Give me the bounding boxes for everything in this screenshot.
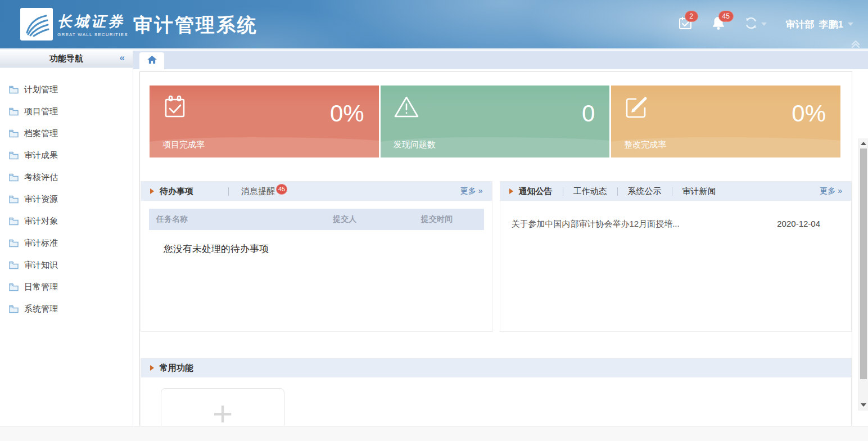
sidebar-item-label: 项目管理 bbox=[24, 106, 58, 117]
column-submitter: 提交人 bbox=[300, 214, 390, 224]
sidebar-item-system-management[interactable]: 系统管理 bbox=[0, 298, 133, 320]
stat-card-issues-found[interactable]: 0 发现问题数 bbox=[381, 86, 610, 158]
tab-home[interactable] bbox=[139, 52, 164, 69]
tasks-badge: 2 bbox=[685, 11, 698, 22]
folder-icon bbox=[9, 173, 19, 182]
sidebar-item-audit-resources[interactable]: 审计资源 bbox=[0, 188, 133, 210]
app-window: 长城证券 GREAT WALL SECURITIES 审计管理系统 2 bbox=[0, 0, 868, 441]
vertical-scrollbar[interactable] bbox=[858, 138, 868, 411]
calendar-check-icon bbox=[678, 22, 693, 32]
scrollbar-thumb[interactable] bbox=[860, 148, 867, 379]
sidebar-collapse-button[interactable]: « bbox=[120, 52, 125, 64]
sidebar-item-label: 审计对象 bbox=[24, 216, 58, 227]
scroll-up-arrow-icon[interactable] bbox=[859, 139, 868, 148]
pencil-square-icon bbox=[623, 94, 649, 120]
sidebar-nav: 计划管理 项目管理 档案管理 审计成果 考核评估 审计资源 bbox=[0, 68, 133, 320]
column-submit-time: 提交时间 bbox=[390, 214, 484, 224]
greatwall-logo-icon bbox=[20, 8, 53, 40]
todo-tab[interactable]: 待办事项 bbox=[160, 186, 193, 197]
notifications-button[interactable]: 45 bbox=[712, 16, 725, 33]
sidebar-item-daily-management[interactable]: 日常管理 bbox=[0, 276, 133, 298]
sidebar-item-archive-management[interactable]: 档案管理 bbox=[0, 123, 133, 145]
stat-value: 0% bbox=[792, 97, 826, 130]
common-functions-header: 常用功能 bbox=[141, 358, 851, 377]
folder-icon bbox=[9, 217, 19, 226]
messages-badge: 45 bbox=[276, 184, 287, 195]
sidebar-title: 功能导航 bbox=[49, 53, 83, 64]
stat-label: 项目完成率 bbox=[162, 140, 205, 150]
sidebar-header: 功能导航 « bbox=[0, 51, 133, 68]
folder-icon bbox=[9, 86, 19, 94]
stat-label: 发现问题数 bbox=[394, 140, 436, 150]
sidebar-item-audit-objects[interactable]: 审计对象 bbox=[0, 210, 133, 232]
sidebar-item-label: 档案管理 bbox=[24, 128, 58, 139]
sidebar-item-audit-knowledge[interactable]: 审计知识 bbox=[0, 254, 133, 276]
sidebar: 功能导航 « 计划管理 项目管理 档案管理 审计成果 考核评估 bbox=[0, 51, 133, 426]
stat-value: 0 bbox=[582, 97, 595, 130]
tab-notices[interactable]: 通知公告 bbox=[519, 186, 553, 197]
tab-bar bbox=[133, 51, 868, 69]
bottom-strip bbox=[0, 426, 868, 441]
stat-card-rectification-completion[interactable]: 0% 整改完成率 bbox=[611, 86, 840, 158]
brand-name-cn: 长城证券 bbox=[57, 12, 128, 32]
sidebar-item-label: 计划管理 bbox=[24, 84, 58, 95]
folder-icon bbox=[9, 107, 19, 116]
sidebar-item-assessment-evaluation[interactable]: 考核评估 bbox=[0, 166, 133, 188]
add-shortcut-button[interactable]: + bbox=[161, 388, 284, 426]
common-functions-title: 常用功能 bbox=[160, 363, 193, 374]
sidebar-item-label: 审计资源 bbox=[24, 194, 58, 205]
triangle-bullet-icon bbox=[150, 365, 154, 371]
separator bbox=[228, 187, 229, 196]
todo-panel-header: 待办事项 消息提醒 45 更多 » bbox=[141, 182, 492, 201]
notice-title: 关于参加中国内部审计协会举办12月面授培... bbox=[512, 219, 680, 230]
chevron-down-icon bbox=[761, 22, 767, 26]
panels-row: 待办事项 消息提醒 45 更多 » 任务名称 提交人 提交时间 您没有未处理的待… bbox=[141, 181, 852, 332]
folder-icon bbox=[9, 129, 19, 138]
sidebar-item-plan-management[interactable]: 计划管理 bbox=[0, 79, 133, 101]
tasks-button[interactable]: 2 bbox=[678, 16, 693, 33]
notice-panel-header: 通知公告 工作动态 系统公示 审计新闻 更多 » bbox=[500, 182, 852, 201]
notifications-badge: 45 bbox=[718, 11, 734, 22]
column-task-name: 任务名称 bbox=[149, 214, 300, 224]
sidebar-item-audit-standards[interactable]: 审计标准 bbox=[0, 232, 133, 254]
brand-name-en: GREAT WALL SECURITIES bbox=[57, 32, 128, 37]
stat-label: 整改完成率 bbox=[624, 140, 666, 150]
list-item[interactable]: 关于参加中国内部审计协会举办12月面授培... 2020-12-04 bbox=[500, 214, 852, 234]
collapse-header-chevron-icon[interactable] bbox=[850, 40, 861, 48]
sidebar-item-label: 考核评估 bbox=[24, 172, 58, 183]
sidebar-item-project-management[interactable]: 项目管理 bbox=[0, 101, 133, 123]
refresh-button[interactable] bbox=[744, 16, 767, 32]
todo-panel: 待办事项 消息提醒 45 更多 » 任务名称 提交人 提交时间 您没有未处理的待… bbox=[141, 181, 492, 332]
notice-more-link[interactable]: 更多 » bbox=[820, 186, 842, 196]
dashboard-container: 0% 项目完成率 0 发现问题数 bbox=[139, 71, 852, 426]
stat-cards-row: 0% 项目完成率 0 发现问题数 bbox=[150, 86, 840, 158]
scroll-down-arrow-icon[interactable] bbox=[859, 400, 868, 410]
tab-system-publicity[interactable]: 系统公示 bbox=[628, 186, 662, 197]
calendar-check-icon bbox=[162, 94, 188, 120]
common-functions-panel: 常用功能 + bbox=[141, 358, 852, 426]
todo-empty-message: 您没有未处理的待办事项 bbox=[141, 230, 492, 255]
folder-icon bbox=[9, 305, 19, 313]
folder-icon bbox=[9, 151, 19, 160]
stat-value: 0% bbox=[330, 97, 364, 130]
notice-date: 2020-12-04 bbox=[777, 219, 820, 230]
sidebar-item-audit-results[interactable]: 审计成果 bbox=[0, 145, 133, 166]
messages-tab[interactable]: 消息提醒 bbox=[241, 186, 275, 197]
user-department: 审计部 bbox=[786, 18, 815, 31]
sidebar-item-label: 日常管理 bbox=[24, 282, 58, 292]
user-name: 李鹏1 bbox=[819, 18, 843, 31]
sidebar-item-label: 审计成果 bbox=[24, 150, 58, 161]
tab-work-trends[interactable]: 工作动态 bbox=[573, 186, 607, 197]
bell-icon bbox=[712, 22, 725, 32]
separator bbox=[672, 187, 672, 196]
tab-audit-news[interactable]: 审计新闻 bbox=[682, 186, 716, 197]
page-title: 审计管理系统 bbox=[133, 12, 258, 38]
chevron-down-icon bbox=[848, 22, 853, 26]
todo-more-link[interactable]: 更多 » bbox=[460, 186, 483, 196]
brand-area: 长城证券 GREAT WALL SECURITIES bbox=[20, 8, 128, 40]
warning-triangle-icon bbox=[393, 94, 420, 120]
todo-table-header: 任务名称 提交人 提交时间 bbox=[149, 209, 484, 230]
sidebar-item-label: 系统管理 bbox=[24, 304, 58, 314]
stat-card-project-completion[interactable]: 0% 项目完成率 bbox=[150, 86, 379, 158]
user-menu[interactable]: 审计部 李鹏1 bbox=[786, 18, 853, 31]
